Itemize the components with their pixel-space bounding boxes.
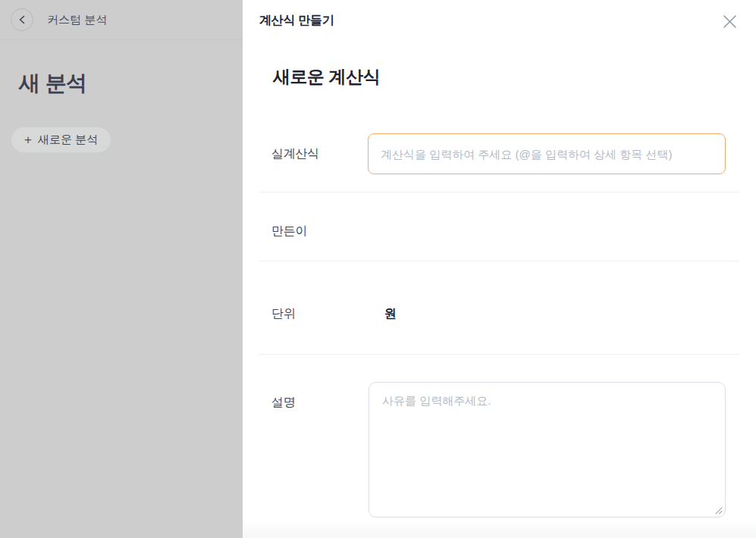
formula-input[interactable]	[368, 133, 726, 174]
plus-icon: +	[24, 133, 32, 146]
close-button[interactable]	[720, 12, 739, 30]
chevron-left-icon	[18, 15, 26, 24]
create-formula-panel: 계산식 만들기 새로운 계산식 실계산식 만든이 단위 원 설명	[243, 0, 756, 538]
app-root: 커스텀 분석 새 분석 + 새로운 분석 계산식 만들기 새로운 계산식 실계산…	[0, 0, 756, 538]
form-title: 새로운 계산식	[273, 65, 380, 89]
divider	[259, 192, 739, 192]
description-field-wrap	[369, 382, 726, 518]
new-analysis-label: 새로운 분석	[38, 133, 98, 147]
description-textarea[interactable]	[369, 382, 726, 518]
divider	[259, 354, 739, 355]
sidebar-header: 커스텀 분석	[0, 0, 243, 40]
sidebar: 커스텀 분석 새 분석 + 새로운 분석	[0, 0, 243, 538]
panel-title: 계산식 만들기	[259, 13, 334, 29]
new-analysis-button[interactable]: + 새로운 분석	[11, 127, 111, 152]
close-icon	[723, 14, 737, 29]
unit-label: 단위	[271, 306, 295, 321]
divider	[259, 261, 739, 261]
description-label: 설명	[271, 395, 295, 410]
unit-value: 원	[384, 305, 397, 322]
creator-label: 만든이	[271, 224, 307, 239]
sidebar-title: 커스텀 분석	[47, 13, 107, 27]
page-title: 새 분석	[19, 70, 243, 95]
footer-fade	[243, 521, 756, 538]
back-button[interactable]	[11, 8, 33, 31]
formula-label: 실계산식	[271, 146, 319, 161]
